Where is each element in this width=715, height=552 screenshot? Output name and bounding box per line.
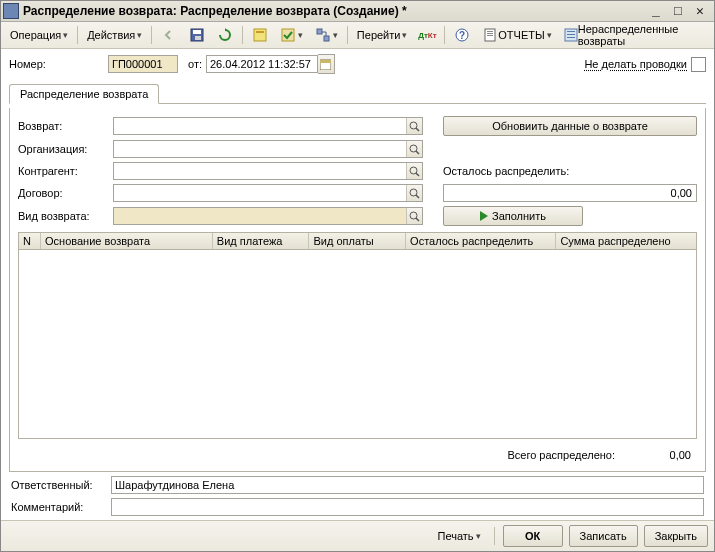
return-label: Возврат: [18, 120, 113, 132]
dropdown-caret-icon: ▾ [547, 30, 552, 40]
help-button[interactable]: ? [449, 23, 475, 47]
header-row: Номер: от: Не делать проводки [9, 55, 706, 73]
svg-point-28 [410, 212, 417, 219]
totals-value: 0,00 [631, 449, 691, 461]
svg-point-20 [410, 122, 417, 129]
actions-menu[interactable]: Действия ▾ [82, 23, 147, 47]
window-title: Распределение возврата: Распределение во… [23, 4, 648, 18]
goto-menu[interactable]: Перейти ▾ [352, 23, 413, 47]
org-lookup-button[interactable] [406, 141, 422, 157]
save-button[interactable] [184, 23, 210, 47]
calendar-icon [320, 59, 331, 70]
contract-lookup-button[interactable] [406, 185, 422, 201]
svg-rect-17 [567, 37, 575, 38]
magnifier-icon [409, 144, 420, 155]
totals-row: Всего распределено: 0,00 [18, 445, 697, 463]
date-input[interactable] [206, 55, 318, 73]
ledger-icon [252, 27, 268, 43]
arrow-left-icon [161, 27, 177, 43]
dropdown-caret-icon: ▾ [137, 30, 142, 40]
counterparty-input[interactable] [114, 163, 406, 179]
fill-label: Заполнить [492, 210, 546, 222]
org-input[interactable] [114, 141, 406, 157]
separator [494, 527, 495, 545]
svg-rect-7 [324, 36, 329, 41]
svg-rect-4 [256, 31, 264, 33]
refresh-button[interactable] [212, 23, 238, 47]
number-input[interactable] [108, 55, 178, 73]
close-label: Закрыть [655, 530, 697, 542]
goto-label: Перейти [357, 29, 401, 41]
return-type-label: Вид возврата: [18, 210, 113, 222]
counterparty-lookup-button[interactable] [406, 163, 422, 179]
structure-button[interactable]: ▾ [310, 23, 343, 47]
magnifier-icon [409, 188, 420, 199]
magnifier-icon [409, 211, 420, 222]
col-n[interactable]: N [19, 233, 41, 249]
return-type-input[interactable] [114, 208, 406, 224]
dt-kt-button[interactable]: ДтКт [414, 23, 440, 47]
comment-input[interactable] [111, 498, 704, 516]
reports-menu[interactable]: ОТЧЕТЫ ▾ [477, 23, 556, 47]
close-window-button[interactable]: ✕ [692, 4, 708, 18]
return-type-lookup-button[interactable] [406, 208, 422, 224]
return-type-lookup [113, 207, 423, 225]
date-label: от: [188, 58, 202, 70]
col-payment-type[interactable]: Вид платежа [213, 233, 310, 249]
tab-label: Распределение возврата [20, 88, 148, 100]
maximize-button[interactable]: □ [670, 4, 686, 18]
tree-icon [315, 27, 331, 43]
remaining-label: Осталось распределить: [443, 165, 697, 177]
svg-rect-3 [254, 29, 266, 41]
operation-menu[interactable]: Операция ▾ [5, 23, 73, 47]
contract-input[interactable] [114, 185, 406, 201]
tab-return-distribution[interactable]: Распределение возврата [9, 84, 159, 104]
svg-rect-12 [487, 33, 493, 34]
responsible-input[interactable] [112, 477, 703, 493]
no-postings-checkbox[interactable] [691, 57, 706, 72]
magnifier-icon [409, 166, 420, 177]
col-basis[interactable]: Основание возврата [41, 233, 213, 249]
help-icon: ? [454, 27, 470, 43]
ok-button[interactable]: ОК [503, 525, 563, 547]
dropdown-caret-icon: ▾ [476, 531, 481, 541]
close-button[interactable]: Закрыть [644, 525, 708, 547]
post-document-button[interactable] [247, 23, 273, 47]
table-body[interactable] [19, 250, 696, 438]
update-return-data-label: Обновиить данные о возврате [492, 120, 648, 132]
comment-label: Комментарий: [11, 501, 111, 513]
dropdown-caret-icon: ▾ [298, 30, 303, 40]
svg-line-23 [416, 151, 419, 154]
return-input[interactable] [114, 118, 406, 134]
undistributed-returns-button[interactable]: Нераспределенные возвраты [559, 23, 710, 47]
minimize-button[interactable]: _ [648, 4, 664, 18]
return-lookup-button[interactable] [406, 118, 422, 134]
record-button[interactable]: Записать [569, 525, 638, 547]
svg-rect-15 [567, 31, 575, 32]
svg-point-24 [410, 167, 417, 174]
magnifier-icon [409, 121, 420, 132]
update-return-data-button[interactable]: Обновиить данные о возврате [443, 116, 697, 136]
ok-label: ОК [525, 530, 540, 542]
post-and-close-button[interactable]: ▾ [275, 23, 308, 47]
separator [444, 26, 445, 44]
table-header: N Основание возврата Вид платежа Вид опл… [19, 233, 696, 250]
svg-rect-5 [282, 29, 294, 41]
dt-kt-icon: ДтКт [419, 27, 435, 43]
fill-button[interactable]: Заполнить [443, 206, 583, 226]
operation-label: Операция [10, 29, 61, 41]
svg-line-21 [416, 128, 419, 131]
org-lookup [113, 140, 423, 158]
print-menu[interactable]: Печать ▾ [433, 524, 486, 548]
calendar-button[interactable] [318, 54, 335, 74]
col-pay-mode[interactable]: Вид оплаты [309, 233, 406, 249]
list-icon [564, 27, 578, 43]
footer-bar: Печать ▾ ОК Записать Закрыть [1, 520, 714, 551]
col-remain[interactable]: Осталось распределить [406, 233, 556, 249]
col-amount[interactable]: Сумма распределено [556, 233, 696, 249]
svg-point-22 [410, 145, 417, 152]
svg-rect-19 [320, 60, 331, 63]
print-label: Печать [438, 530, 474, 542]
dropdown-caret-icon: ▾ [333, 30, 338, 40]
distribution-table: N Основание возврата Вид платежа Вид опл… [18, 232, 697, 439]
